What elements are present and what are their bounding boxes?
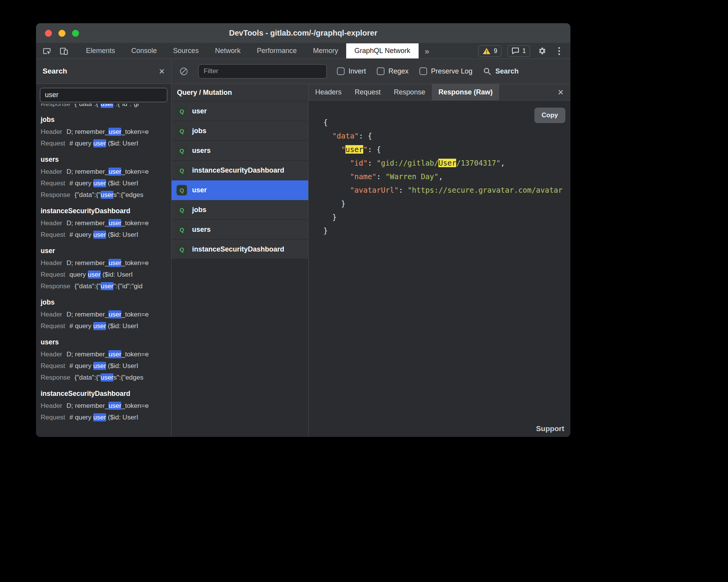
json-line: "avatarUrl": "https://secure.gravatar.co… (323, 183, 570, 197)
device-toolbar-icon[interactable] (55, 43, 72, 58)
search-result-row[interactable]: HeaderD; remember_user_token=e (41, 166, 167, 178)
messages-badge[interactable]: 1 (507, 45, 530, 57)
search-result-row[interactable]: HeaderD; remember_user_token=e (41, 217, 167, 229)
query-list-item-label: instanceSecurityDashboard (192, 245, 284, 253)
query-list-item[interactable]: Qjobs (172, 121, 308, 141)
json-token: /13704317" (456, 159, 500, 167)
search-result-row[interactable]: Request# query user ($id: UserI (41, 320, 167, 332)
json-token: " (363, 145, 367, 154)
message-bubble-icon (512, 47, 519, 55)
kebab-menu-icon[interactable] (553, 46, 565, 56)
query-list-item[interactable]: Qusers (172, 141, 308, 161)
zoom-window-button[interactable] (72, 30, 79, 37)
search-result-row[interactable]: Requestquery user ($id: UserI (41, 269, 167, 281)
query-list-item-label: users (192, 147, 211, 155)
search-result-operation-name[interactable]: instanceSecurityDashboard (41, 389, 167, 398)
search-toggle[interactable]: Search (483, 67, 519, 75)
detail-tab-request[interactable]: Request (348, 84, 387, 100)
search-result-kind-label: Request (41, 362, 65, 370)
query-list-item[interactable]: Quser (172, 180, 308, 200)
devtools-tab-elements[interactable]: Elements (78, 43, 123, 58)
search-result-text: ($id: UserI (106, 180, 138, 187)
query-list-item[interactable]: QinstanceSecurityDashboard (172, 240, 308, 259)
close-detail-panel-icon[interactable]: × (551, 84, 570, 100)
search-result-text: {"data":{" (75, 374, 101, 381)
search-result-row[interactable]: Request# query user ($id: UserI (41, 138, 167, 149)
search-result-row[interactable]: HeaderD; remember_user_token=e (41, 126, 167, 138)
close-search-panel-icon[interactable]: × (159, 67, 165, 76)
devtools-tab-console[interactable]: Console (123, 43, 165, 58)
clear-requests-icon[interactable] (179, 67, 188, 76)
search-result-operation-name[interactable]: user (41, 246, 167, 255)
search-result-text: D; remember_ (67, 351, 109, 358)
json-indent (323, 145, 341, 154)
search-result-operation-name[interactable]: users (41, 337, 167, 347)
search-result-row[interactable]: Response{"data":{"users":{"edges (41, 372, 167, 383)
search-result-row[interactable]: HeaderD; remember_user_token=e (41, 309, 167, 320)
filter-option-preserve-log[interactable]: Preserve Log (419, 67, 472, 75)
more-tabs-chevron-icon[interactable]: » (419, 43, 436, 58)
search-result-operation-name[interactable]: instanceSecurityDashboard (41, 206, 167, 216)
search-result-row[interactable]: Request# query user ($id: UserI (41, 412, 167, 423)
search-result-operation-name[interactable]: users (41, 155, 167, 164)
inspect-element-icon[interactable] (38, 43, 55, 58)
search-result-text: ($id: UserI (106, 414, 138, 421)
search-match-highlight: user (93, 322, 106, 330)
devtools-tab-network[interactable]: Network (207, 43, 249, 58)
json-token: } (332, 213, 337, 221)
search-match-highlight: user (108, 168, 121, 176)
search-result-operation-name[interactable]: jobs (41, 298, 167, 307)
search-result-row[interactable]: Response{"data":{"user":{"id":"gid (41, 281, 167, 292)
filter-option-regex[interactable]: Regex (377, 67, 409, 75)
settings-gear-icon[interactable] (536, 46, 548, 55)
search-result-group: jobsHeaderD; remember_user_token=eReques… (41, 298, 167, 332)
detail-tab-response[interactable]: Response (387, 84, 432, 100)
support-link[interactable]: Support (536, 425, 564, 433)
traffic-lights (45, 30, 79, 37)
detail-tab-response-raw[interactable]: Response (Raw) (432, 84, 499, 100)
search-input[interactable] (40, 88, 167, 102)
warning-triangle-icon (482, 48, 491, 55)
warnings-badge[interactable]: 9 (478, 45, 501, 57)
search-result-kind-label: Request (41, 271, 65, 278)
query-list-item[interactable]: Qusers (172, 220, 308, 240)
search-match-highlight: user (93, 231, 106, 239)
filter-option-invert[interactable]: Invert (337, 67, 366, 75)
query-list-item[interactable]: QinstanceSecurityDashboard (172, 161, 308, 180)
filter-toolbar: InvertRegexPreserve Log Search (172, 59, 570, 84)
search-result-row[interactable]: Request# query user ($id: UserI (41, 229, 167, 241)
search-result-row[interactable]: HeaderD; remember_user_token=e (41, 349, 167, 360)
query-list-panel: Query / Mutation QuserQjobsQusersQinstan… (172, 84, 309, 437)
search-result-text: _token=e (121, 311, 148, 318)
devtools-tab-sources[interactable]: Sources (165, 43, 207, 58)
filter-input[interactable] (198, 64, 327, 79)
search-result-row[interactable]: Response{"data":{"users":{"edges (41, 189, 167, 201)
devtools-tab-memory[interactable]: Memory (305, 43, 346, 58)
minimize-window-button[interactable] (58, 30, 65, 37)
checkbox-invert[interactable] (337, 67, 345, 75)
search-result-row[interactable]: HeaderD; remember_user_token=e (41, 257, 167, 269)
json-line: } (323, 211, 570, 224)
copy-button[interactable]: Copy (534, 108, 566, 123)
checkbox-preserve-log[interactable] (419, 67, 427, 75)
close-window-button[interactable] (45, 30, 52, 37)
search-result-operation-name[interactable]: jobs (41, 115, 167, 124)
search-result-row[interactable]: HeaderD; remember_user_token=e (41, 400, 167, 412)
query-list-item[interactable]: Qjobs (172, 200, 308, 220)
search-result-kind-label: Header (41, 259, 62, 267)
checkbox-regex[interactable] (377, 67, 385, 75)
checkbox-label: Preserve Log (431, 67, 472, 75)
json-token: "data" (332, 132, 359, 140)
search-result-row[interactable]: Request# query user ($id: UserI (41, 178, 167, 189)
query-list-item[interactable]: Quser (172, 101, 308, 121)
search-result-row[interactable]: Request# query user ($id: UserI (41, 360, 167, 372)
devtools-tab-performance[interactable]: Performance (249, 43, 305, 58)
search-result-row-clipped[interactable]: Response{"data":{"user":{"id":"gi (41, 104, 167, 110)
devtools-tab-graphql-network[interactable]: GraphQL Network (346, 43, 418, 58)
devtools-window: DevTools - gitlab.com/-/graphql-explorer… (36, 23, 570, 437)
search-result-row: Response{"data":{"user":{"id":"gi (41, 104, 167, 110)
detail-tab-headers[interactable]: Headers (309, 84, 348, 100)
search-result-text: D; remember_ (67, 219, 109, 227)
search-result-kind-label: Header (41, 311, 62, 318)
search-result-text: ":{"id":"gi (113, 104, 139, 108)
